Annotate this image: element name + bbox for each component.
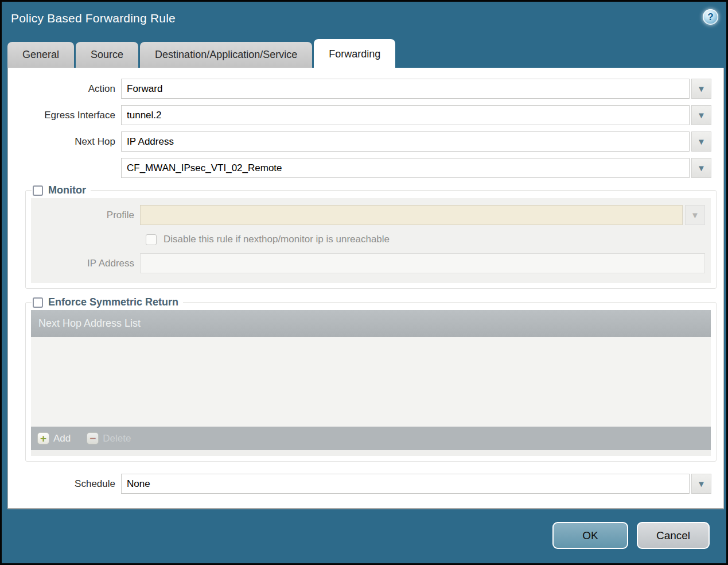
next-hop-type-input[interactable] [121, 131, 690, 152]
chevron-down-icon: ▼ [697, 84, 706, 93]
forwarding-tab-panel: Action ▼ Egress Interface ▼ Next Hop ▼ [7, 68, 724, 509]
chevron-down-icon: ▼ [697, 164, 706, 172]
help-icon[interactable]: ? [703, 9, 718, 25]
schedule-row: Schedule ▼ [8, 474, 723, 494]
profile-input [140, 205, 683, 225]
next-hop-type-dropdown-button[interactable]: ▼ [691, 131, 711, 152]
symmetric-return-legend: Enforce Symmetric Return [32, 296, 183, 308]
enforce-symmetric-return-checkbox[interactable] [33, 297, 43, 308]
disable-rule-checkbox [146, 234, 157, 245]
add-button-label: Add [53, 433, 71, 444]
symmetric-return-group: Enforce Symmetric Return Next Hop Addres… [25, 296, 717, 462]
monitor-legend: Monitor [32, 184, 91, 196]
plus-icon: + [37, 432, 49, 444]
tab-general[interactable]: General [7, 42, 74, 68]
schedule-input[interactable] [121, 474, 690, 494]
chevron-down-icon: ▼ [697, 137, 706, 146]
chevron-down-icon: ▼ [697, 111, 706, 119]
chevron-down-icon: ▼ [691, 211, 699, 219]
monitor-panel: Profile ▼ Disable this rule if nexthop/m… [31, 198, 711, 283]
monitor-ip-address-row: IP Address [31, 253, 705, 273]
delete-button-label: Delete [103, 433, 131, 444]
monitor-checkbox[interactable] [33, 185, 43, 196]
profile-row: Profile ▼ [31, 205, 705, 225]
profile-dropdown-button: ▼ [685, 205, 705, 225]
egress-interface-row: Egress Interface ▼ [8, 105, 723, 125]
disable-rule-label: Disable this rule if nexthop/monitor ip … [163, 234, 390, 245]
egress-interface-input[interactable] [121, 105, 690, 125]
next-hop-label: Next Hop [8, 136, 121, 148]
egress-interface-dropdown-button[interactable]: ▼ [691, 105, 711, 125]
disable-rule-row: Disable this rule if nexthop/monitor ip … [146, 234, 705, 245]
cancel-button[interactable]: Cancel [637, 522, 710, 549]
action-label: Action [8, 83, 121, 95]
next-hop-address-list-body[interactable] [31, 337, 711, 427]
action-input[interactable] [121, 79, 690, 99]
dialog-titlebar: Policy Based Forwarding Rule ? [2, 2, 726, 39]
delete-button: − Delete [87, 432, 131, 444]
next-hop-address-input[interactable] [121, 158, 690, 178]
policy-based-forwarding-dialog: Policy Based Forwarding Rule ? General S… [0, 0, 728, 565]
next-hop-address-list-header: Next Hop Address List [31, 310, 711, 337]
ok-button[interactable]: OK [552, 522, 628, 549]
chevron-down-icon: ▼ [697, 479, 706, 488]
schedule-dropdown-button[interactable]: ▼ [691, 474, 711, 494]
next-hop-address-list-toolbar: + Add − Delete [31, 427, 711, 450]
monitor-group: Monitor Profile ▼ Disable this rule if n… [25, 184, 717, 289]
tab-source[interactable]: Source [76, 42, 138, 68]
tab-bar: General Source Destination/Application/S… [7, 39, 726, 68]
symmetric-return-title: Enforce Symmetric Return [48, 296, 178, 308]
next-hop-row: Next Hop ▼ [8, 131, 723, 152]
action-dropdown-button[interactable]: ▼ [691, 79, 711, 99]
monitor-ip-address-label: IP Address [31, 258, 140, 269]
egress-interface-label: Egress Interface [8, 110, 121, 121]
tab-destination-application-service[interactable]: Destination/Application/Service [140, 42, 312, 68]
next-hop-address-list-table: Next Hop Address List + Add − Delete [31, 310, 711, 456]
add-button[interactable]: + Add [37, 432, 71, 444]
schedule-label: Schedule [8, 478, 121, 490]
action-row: Action ▼ [8, 79, 723, 99]
profile-label: Profile [31, 210, 140, 221]
next-hop-address-row: ▼ [8, 158, 723, 178]
table-bottom-strip [31, 450, 711, 456]
dialog-footer: OK Cancel [2, 508, 726, 563]
dialog-title: Policy Based Forwarding Rule [11, 11, 176, 25]
monitor-title: Monitor [48, 184, 86, 196]
tab-forwarding[interactable]: Forwarding [314, 39, 395, 68]
minus-icon: − [87, 432, 99, 444]
monitor-ip-address-input [140, 253, 705, 273]
next-hop-address-dropdown-button[interactable]: ▼ [691, 158, 711, 178]
